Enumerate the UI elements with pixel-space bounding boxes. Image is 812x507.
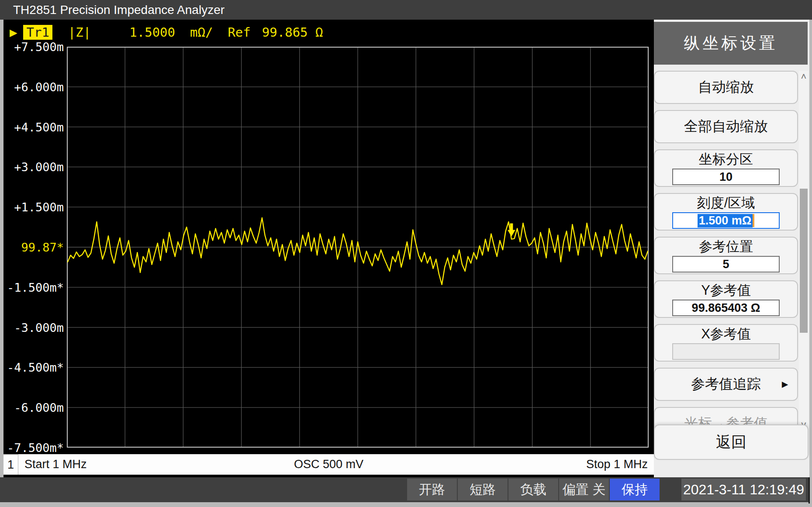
trace-plot (67, 47, 649, 448)
trace-name-badge[interactable]: Tr1 (23, 25, 52, 40)
y-axis-label: -4.500m* (7, 361, 64, 374)
hold-toggle-button[interactable]: 保持 (610, 479, 660, 500)
osc-level-readout[interactable]: OSC 500 mV (3, 458, 654, 471)
scrollbar-thumb[interactable] (800, 189, 808, 333)
submenu-arrow-icon: ► (780, 378, 790, 390)
sidebar-item-scale-per-division: 刻度/区域1.500 mΩ (654, 193, 798, 231)
sidebar-item-y-reference-value: Y参考值99.865403 Ω (654, 280, 798, 318)
sidebar-scrollbar[interactable]: ˄ ˅ (799, 71, 809, 431)
trace-scale-unit: mΩ/ (190, 25, 213, 40)
sidebar-title: 纵坐标设置 (654, 22, 808, 65)
y-axis-label: +6.000m (14, 80, 64, 93)
sidebar-items: 自动缩放全部自动缩放坐标分区10刻度/区域1.500 mΩ参考位置5Y参考值99… (654, 71, 798, 438)
reference-position-input[interactable]: 5 (672, 256, 780, 272)
channel-number: 1 (3, 454, 18, 475)
sweep-start-readout[interactable]: Start 1 MHz (24, 458, 87, 471)
window-edge-line (809, 477, 810, 504)
plot-panel: ▶ Tr1 |Z| 1.5000 mΩ/ Ref 99.865 Ω +7.500… (3, 20, 654, 477)
trace-ref-value: 99.865 Ω (262, 25, 323, 40)
y-axis-labels: +7.500m+6.000m+4.500m+3.000m+1.500m99.87… (3, 47, 65, 448)
input-value: 10 (719, 170, 733, 184)
text-caret (753, 214, 754, 227)
sidebar-scroll-viewport: 自动缩放全部自动缩放坐标分区10刻度/区域1.500 mΩ参考位置5Y参考值99… (654, 71, 798, 438)
y-axis-label: +4.500m (14, 120, 64, 134)
sidebar-field-label: X参考值 (701, 326, 751, 342)
plot-region (67, 47, 649, 448)
back-button[interactable]: 返回 (654, 424, 809, 460)
grid-divisions-input[interactable]: 10 (672, 169, 780, 185)
y-axis-label: -1.500m* (7, 280, 64, 294)
sidebar-item-grid-divisions: 坐标分区10 (654, 149, 798, 187)
scrollbar-up-icon[interactable]: ˄ (799, 71, 809, 83)
selected-input-text: 1.500 mΩ (698, 214, 753, 228)
trace-scale-value: 1.5000 (129, 25, 175, 40)
y-axis-label: +3.000m (14, 160, 64, 174)
active-trace-marker-icon: ▶ (10, 25, 17, 40)
sidebar-field-label: 坐标分区 (699, 151, 753, 168)
datetime-display: 2021-3-11 12:19:49 (681, 479, 806, 500)
y-axis-label: -3.000m (14, 321, 64, 334)
sidebar-item-reference-tracking[interactable]: 参考值追踪► (654, 368, 798, 401)
bias-toggle-button[interactable]: 偏置 关 (559, 479, 609, 500)
y-reference-value-input[interactable]: 99.865403 Ω (672, 300, 780, 316)
y-axis-label: -7.500m* (7, 441, 64, 455)
y-axis-label: -6.000m (14, 401, 64, 414)
short-correction-button[interactable]: 短路 (458, 479, 508, 500)
load-correction-button[interactable]: 负载 (508, 479, 558, 500)
trace-ref-label: Ref (228, 25, 250, 40)
sidebar-item-label: 全部自动缩放 (684, 117, 768, 136)
y-axis-label: +1.500m (14, 200, 64, 214)
sidebar-item-auto-scale[interactable]: 自动缩放 (654, 71, 798, 104)
y-axis-label: 99.87* (21, 241, 64, 254)
sweep-stop-readout[interactable]: Stop 1 MHz (586, 458, 648, 471)
input-value: 5 (722, 258, 729, 271)
sidebar-item-auto-scale-all[interactable]: 全部自动缩放 (654, 110, 798, 143)
sweep-status-row: 1 Start 1 MHz OSC 500 mV Stop 1 MHz (3, 454, 654, 475)
input-value: 99.865403 Ω (692, 301, 760, 315)
y-axis-label: +7.500m (14, 40, 64, 54)
sidebar-field-label: Y参考值 (701, 282, 751, 299)
open-correction-button[interactable]: 开路 (407, 479, 457, 500)
window-title: TH2851 Precision Impedance Analyzer (13, 3, 225, 17)
bottom-status-bar: 开路短路负载偏置 关保持 2021-3-11 12:19:49 (0, 477, 809, 502)
sidebar-softkey-menu: 纵坐标设置 自动缩放全部自动缩放坐标分区10刻度/区域1.500 mΩ参考位置5… (654, 20, 809, 477)
sidebar-item-reference-position: 参考位置5 (654, 237, 798, 274)
title-bar: TH2851 Precision Impedance Analyzer (0, 0, 812, 20)
bottom-bar-buttons: 开路短路负载偏置 关保持 (407, 479, 660, 500)
scale-per-division-input[interactable]: 1.500 mΩ (672, 212, 780, 229)
sidebar-item-x-reference-value: X参考值 (654, 324, 798, 362)
app-window: TH2851 Precision Impedance Analyzer ▶ Tr… (0, 0, 812, 507)
sidebar-item-label: 参考值追踪 (691, 375, 761, 394)
x-reference-value-input (672, 343, 780, 360)
sidebar-field-label: 刻度/区域 (697, 195, 755, 211)
trace-parameter[interactable]: |Z| (68, 25, 91, 40)
sidebar-field-label: 参考位置 (699, 238, 753, 255)
sidebar-item-label: 自动缩放 (698, 78, 754, 97)
